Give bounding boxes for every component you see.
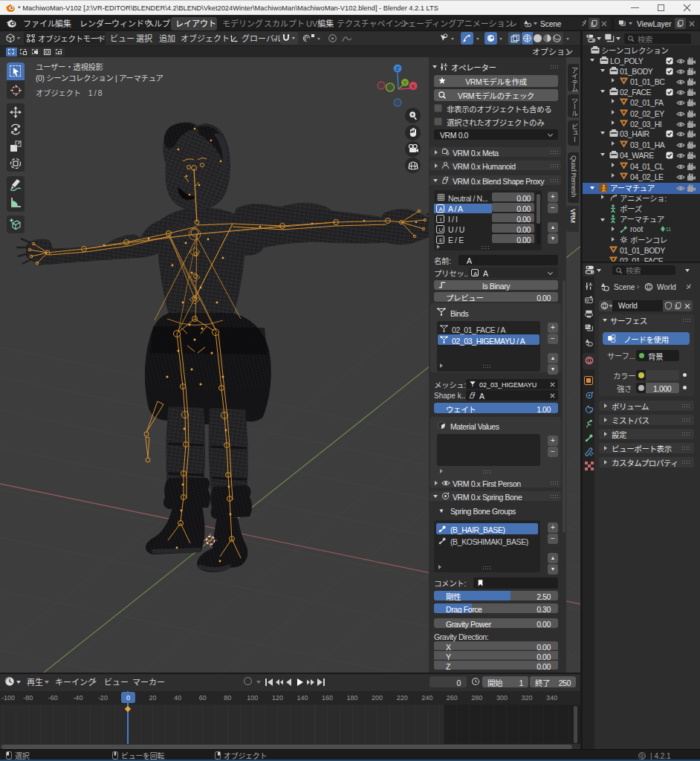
svg-text:Y: Y <box>403 80 406 86</box>
svg-text:Z: Z <box>396 65 400 72</box>
svg-text:X: X <box>411 83 415 90</box>
